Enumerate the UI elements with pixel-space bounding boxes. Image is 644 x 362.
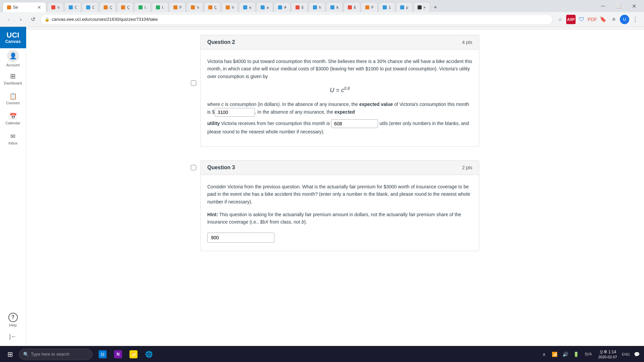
sidebar-item-courses[interactable]: 📋 Courses (0, 88, 26, 109)
tray-speaker[interactable]: 🔊 (561, 348, 570, 361)
nav-bar: ‹ › ↺ 🔒 canvas.eee.uci.edu/courses/21630… (0, 12, 644, 27)
taskbar-clock[interactable]: 오후 1:14 2020-02-07 (596, 349, 620, 359)
tab-vic2[interactable]: Vic (186, 2, 203, 12)
tab-vic[interactable]: Vic (47, 2, 64, 12)
tab-qu1[interactable]: Qu (99, 2, 116, 12)
question2-checkbox[interactable] (191, 80, 196, 86)
tab-pu1[interactable]: Pu (169, 2, 186, 12)
bookmark-button[interactable]: ☆ (555, 15, 565, 24)
profile-button[interactable]: U (620, 15, 629, 24)
taskbar-search[interactable]: 🔍 Type here to search (19, 349, 93, 360)
sidebar-collapse-button[interactable]: |← (0, 330, 26, 343)
onenote-symbol: N (117, 352, 120, 357)
tab-14[interactable]: 14 (378, 2, 395, 12)
start-button[interactable]: ⊞ (3, 348, 17, 361)
new-tab-button[interactable]: + (431, 3, 440, 12)
tray-notifications[interactable]: 💬 (632, 348, 641, 361)
tab-ins1[interactable]: Ins (134, 2, 151, 12)
tab-ac[interactable]: ac (256, 2, 273, 12)
tab-qu2[interactable]: Qu (117, 2, 133, 12)
question3-title: Question 3 (207, 165, 235, 171)
chrome-symbol: 🌐 (145, 351, 153, 358)
tab-close-button[interactable]: ✕ (37, 5, 42, 10)
extension1-button[interactable]: 🔖 (598, 15, 608, 24)
question3-para1: Consider Victoria from the previous ques… (207, 183, 472, 205)
sidebar-help-label: Help (9, 323, 17, 327)
tab-ins2[interactable]: Ins (152, 2, 168, 12)
sidebar-item-inbox[interactable]: ✉ Inbox (0, 129, 26, 149)
tab-ho[interactable]: ho (309, 2, 325, 12)
question2-row: Question 2 4 pts Victoria has $4000 to p… (191, 35, 479, 155)
page-content[interactable]: Question 2 4 pts Victoria has $4000 to p… (26, 27, 644, 346)
task-view-symbol: ⊟ (101, 352, 105, 357)
tab-co1[interactable]: Co (64, 2, 81, 12)
tray-lang[interactable]: ENG (621, 348, 631, 361)
asp-button[interactable]: ASP (566, 15, 576, 24)
question2-checkbox-wrapper (191, 80, 196, 87)
sidebar-inbox-label: Inbox (8, 141, 17, 145)
tab-pa[interactable]: pa (396, 2, 413, 12)
question3-checkbox[interactable] (191, 165, 196, 170)
formula-exponent: 0.8 (344, 86, 350, 91)
chrome-icon: 🌐 (145, 350, 153, 358)
tray-battery-low[interactable]: 🔋 (572, 348, 581, 361)
question2-body: Victoria has $4000 to put toward consump… (201, 50, 479, 146)
tab-ec[interactable]: Ec (291, 2, 308, 12)
question3-row: Question 3 2 pts Consider Victoria from … (191, 160, 479, 259)
main-area: UCI Canvas 👤 Account ⊞ Dashboard 📋 Cours… (0, 27, 644, 346)
tab-bar: Se ✕ Vic Co Co Qu Qu Ins Ins (0, 0, 644, 12)
menu-button[interactable]: ⋮ (631, 15, 640, 24)
taskbar-task-view[interactable]: ⊟ (95, 348, 110, 361)
tray-network[interactable]: 📶 (550, 348, 559, 361)
text-where-c: where (207, 102, 221, 107)
shield-button[interactable]: 🛡 (577, 15, 586, 24)
calendar-icon: 📅 (9, 113, 17, 120)
sidebar-item-dashboard[interactable]: ⊞ Dashboard (0, 68, 26, 88)
tab-active[interactable]: Se ✕ (3, 2, 46, 12)
tray-ime[interactable]: 한/A (582, 348, 594, 361)
forward-button[interactable]: › (16, 15, 25, 24)
tab-ex[interactable]: Ex (343, 2, 360, 12)
taskbar-chrome[interactable]: 🌐 (142, 348, 156, 361)
question2-para1: Victoria has $4000 to put toward consump… (207, 58, 472, 80)
nav-actions: ☆ ASP 🛡 PDF 🔖 ≡ U ⋮ (555, 15, 640, 24)
tab-co2[interactable]: Co (82, 2, 99, 12)
sidebar-item-calendar[interactable]: 📅 Calendar (0, 109, 26, 129)
tab-hc[interactable]: Hc (413, 2, 430, 12)
sidebar-item-help[interactable]: ? Help (0, 310, 26, 330)
question3-card: Question 3 2 pts Consider Victoria from … (200, 160, 479, 251)
sidebar-logo[interactable]: UCI Canvas (0, 27, 26, 48)
hint-text-part3: ). (304, 219, 307, 225)
back-button[interactable]: ‹ (4, 15, 13, 24)
input-utility-value[interactable] (331, 119, 378, 128)
reload-button[interactable]: ↺ (28, 15, 38, 24)
windows-icon: ⊞ (7, 350, 13, 358)
tab-mi[interactable]: Mi (326, 2, 343, 12)
logo-uci-text: UCI (7, 32, 19, 39)
tray-show-hidden[interactable]: ∧ (539, 348, 549, 361)
taskbar-files[interactable]: 📁 (126, 348, 141, 361)
taskbar-onenote[interactable]: N (111, 348, 125, 361)
tab-vic3[interactable]: Vic (221, 2, 238, 12)
restore-button[interactable]: ⬜ (611, 1, 626, 11)
tab-ar[interactable]: Ar (274, 2, 290, 12)
sidebar-item-account[interactable]: 👤 Account (0, 48, 26, 68)
address-bar[interactable]: 🔒 canvas.eee.uci.edu/courses/21630/quizz… (40, 14, 553, 25)
text-utility-bold: utility (207, 121, 220, 126)
tab-pu2[interactable]: Pu (361, 2, 378, 12)
input-premium-value[interactable] (207, 233, 274, 243)
tab-qu3[interactable]: Qu (204, 2, 221, 12)
close-button[interactable]: ✕ (627, 1, 641, 11)
sidebar-dashboard-label: Dashboard (4, 81, 22, 85)
question2-para3: utility Victoria receives from her consu… (207, 119, 472, 135)
input-consumption-value[interactable] (215, 108, 255, 117)
extension2-button[interactable]: ≡ (609, 15, 619, 24)
pdf-button[interactable]: PDF (588, 15, 597, 24)
question2-para2: where c is consumption (in dollars). In … (207, 101, 472, 117)
minimize-button[interactable]: ─ (596, 1, 610, 11)
tab-wt[interactable]: wt (239, 2, 256, 12)
search-placeholder-text: Type here to search (31, 352, 69, 357)
text-is-consumption: is consumption (in dollars). In the abse… (224, 102, 359, 107)
sidebar-calendar-label: Calendar (5, 121, 20, 125)
dashboard-icon: ⊞ (10, 72, 16, 80)
